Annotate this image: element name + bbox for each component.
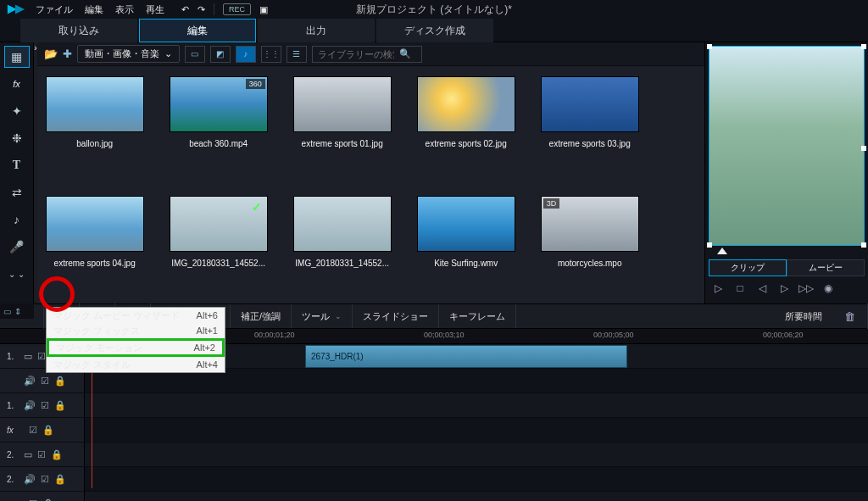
chapter-room-icon[interactable]: ⌄ ⌄ — [4, 263, 30, 285]
audio-room-icon[interactable]: ♪ — [4, 209, 30, 231]
thumb-image[interactable] — [46, 76, 144, 132]
thumb-label: IMG_20180331_14552... — [293, 259, 392, 268]
view-image-icon[interactable]: ◩ — [210, 46, 231, 63]
redo-icon[interactable]: ↷ — [198, 4, 205, 15]
thumb-image[interactable] — [293, 196, 392, 252]
lock-icon[interactable]: 🔒 — [42, 498, 54, 502]
track-head-fx[interactable]: fx☑🔒 — [0, 418, 85, 442]
media-thumb[interactable]: extreme sports 02.jpg — [417, 76, 515, 174]
stop-icon[interactable]: □ — [732, 281, 748, 295]
thumb-image[interactable] — [417, 196, 515, 252]
visible-icon[interactable]: ☑ — [41, 376, 49, 387]
lock-icon[interactable]: 🔒 — [51, 449, 63, 460]
particle-room-icon[interactable]: ❉ — [4, 127, 30, 149]
dropdown-item[interactable]: マジック スタイルAlt+4 — [47, 357, 225, 372]
play-icon[interactable]: ▷ — [710, 281, 726, 295]
resize-handle[interactable] — [707, 44, 712, 49]
magic-tools-dropdown: マジック ムービー ウィザードAlt+6マジック フィックスAlt+1マジック … — [46, 307, 225, 373]
visible-icon[interactable]: ☑ — [29, 425, 37, 436]
view-audio-icon[interactable]: ♪ — [236, 46, 256, 63]
menu-file[interactable]: ファイル — [36, 3, 73, 16]
snapshot-icon[interactable]: ◉ — [821, 281, 836, 295]
thumb-image[interactable]: 3D — [541, 196, 639, 252]
transition-room-icon[interactable]: ⇄ — [4, 181, 30, 203]
visible-icon[interactable]: ☑ — [29, 498, 37, 502]
duration-button[interactable]: 所要時間 — [775, 304, 832, 328]
library-search[interactable]: 🔍 — [312, 46, 422, 63]
timeline-collapse-icon[interactable]: ▭ — [3, 307, 11, 316]
thumb-image[interactable]: ✓ — [170, 196, 268, 252]
mode-tab-capture[interactable]: 取り込み — [20, 19, 137, 42]
preview-canvas[interactable] — [709, 46, 865, 246]
preview-tab-clip[interactable]: クリップ — [709, 259, 787, 276]
correction-button[interactable]: 補正/強調 — [231, 304, 292, 328]
tool-dropdown[interactable]: ツール⌄ — [292, 304, 353, 328]
thumb-image[interactable]: 360 — [170, 76, 268, 132]
next-frame-icon[interactable]: ▷ — [776, 281, 792, 295]
lock-icon[interactable]: 🔒 — [54, 400, 66, 411]
track-head-title[interactable]: T☑🔒 — [0, 492, 85, 501]
plugin-icon[interactable]: ✚ — [63, 47, 72, 60]
search-icon[interactable]: 🔍 — [399, 48, 411, 59]
media-filter-select[interactable]: 動画・画像・音楽 ⌄ — [77, 45, 180, 63]
menu-edit[interactable]: 編集 — [85, 3, 103, 16]
dropdown-item[interactable]: マジック フィックスAlt+1 — [47, 323, 225, 338]
media-filter-label: 動画・画像・音楽 — [85, 47, 159, 60]
mode-tab-edit[interactable]: 編集 — [139, 19, 256, 42]
rec-button[interactable]: REC — [223, 3, 251, 15]
fast-forward-icon[interactable]: ▷▷ — [798, 281, 814, 295]
lock-icon[interactable]: 🔒 — [42, 425, 54, 436]
thumb-image[interactable] — [417, 76, 515, 132]
prev-frame-icon[interactable]: ◁ — [754, 281, 770, 295]
media-thumb[interactable]: extreme sports 04.jpg — [46, 196, 144, 293]
mode-tab-disc[interactable]: ディスク作成 — [376, 19, 493, 42]
dropdown-item[interactable]: マジック ムービー ウィザードAlt+6 — [47, 308, 225, 323]
thumb-image[interactable] — [541, 76, 639, 132]
pip-room-icon[interactable]: ✦ — [4, 100, 30, 122]
keyframe-button[interactable]: キーフレーム — [439, 304, 516, 328]
media-thumb[interactable]: ballon.jpg — [46, 76, 144, 174]
dropdown-item[interactable]: マジック モーションAlt+2 — [47, 338, 225, 357]
visible-icon[interactable]: ☑ — [41, 474, 49, 485]
resize-handle[interactable] — [861, 44, 866, 49]
slideshow-button[interactable]: スライドショー — [353, 304, 439, 328]
media-room-icon[interactable]: ▦ — [4, 46, 30, 68]
timeline-clip[interactable]: 2673_HDR(1) — [305, 345, 627, 368]
voice-room-icon[interactable]: 🎤 — [4, 236, 30, 258]
lock-icon[interactable]: 🔒 — [54, 376, 66, 387]
visible-icon[interactable]: ☑ — [37, 449, 46, 460]
media-thumb[interactable]: extreme sports 03.jpg — [541, 76, 639, 174]
view-grid-icon[interactable]: ⋮⋮ — [261, 46, 281, 63]
media-thumb[interactable]: 3Dmotorcycles.mpo — [541, 196, 639, 293]
mode-tab-output[interactable]: 出力 — [258, 19, 375, 42]
import-folder-icon[interactable]: 📂 — [44, 47, 58, 60]
screenshot-icon[interactable]: ▣ — [259, 4, 268, 15]
resize-handle[interactable] — [861, 146, 866, 151]
media-thumb[interactable]: Kite Surfing.wmv — [417, 196, 515, 293]
track-head-video1b[interactable]: 1.🔊☑🔒 — [0, 393, 85, 417]
media-thumb[interactable]: IMG_20180331_14552... — [293, 196, 392, 293]
lock-icon[interactable]: 🔒 — [54, 474, 66, 485]
search-input[interactable] — [318, 49, 394, 59]
in-marker-icon[interactable] — [717, 248, 727, 254]
trash-icon[interactable]: 🗑 — [832, 303, 868, 329]
menu-play[interactable]: 再生 — [146, 3, 164, 16]
track-head-video2[interactable]: 2.▭☑🔒 — [0, 443, 85, 466]
thumb-image[interactable] — [46, 196, 144, 252]
media-thumb[interactable]: ✓IMG_20180331_14552... — [170, 196, 268, 293]
timeline-expand-icon[interactable]: ⇕ — [14, 307, 21, 316]
media-thumb[interactable]: 360beach 360.mp4 — [170, 76, 268, 174]
undo-icon[interactable]: ↶ — [181, 4, 189, 15]
track-head-audio2[interactable]: 2.🔊☑🔒 — [0, 467, 85, 491]
visible-icon[interactable]: ☑ — [37, 351, 46, 362]
view-video-icon[interactable]: ▭ — [185, 46, 205, 63]
preview-tab-movie[interactable]: ムービー — [787, 259, 865, 276]
fx-room-icon[interactable]: fx — [4, 73, 30, 95]
menu-display[interactable]: 表示 — [115, 3, 134, 16]
title-room-icon[interactable]: T — [4, 154, 30, 176]
view-list-icon[interactable]: ☰ — [287, 46, 307, 63]
audio-track-icon: 🔊 — [24, 474, 36, 485]
media-thumb[interactable]: extreme sports 01.jpg — [293, 76, 392, 174]
visible-icon[interactable]: ☑ — [41, 400, 49, 411]
thumb-image[interactable] — [293, 76, 392, 132]
